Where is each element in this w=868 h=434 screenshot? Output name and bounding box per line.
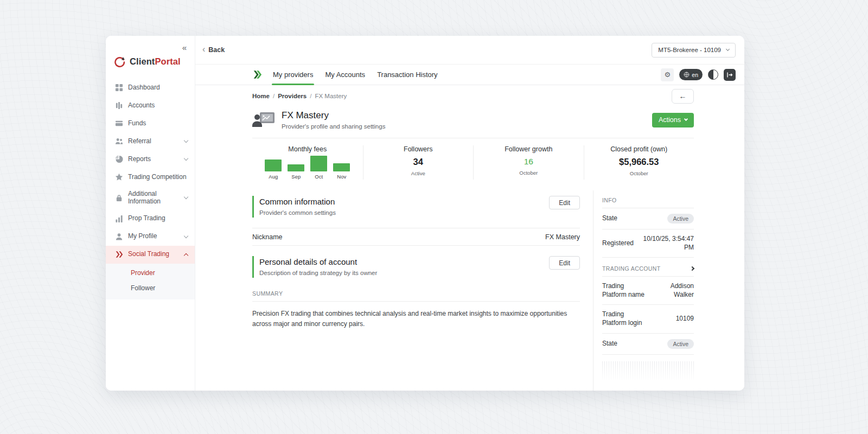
sidebar-item-social-trading[interactable]: Social Trading	[106, 246, 195, 264]
common-information-section: Common information Provider's common set…	[252, 196, 580, 218]
stat-follower-growth: Follower growth 16 October	[473, 145, 584, 180]
sidebar-item-label: Trading Competition	[128, 174, 188, 181]
top-navigation: My providers My Accounts Transaction His…	[195, 65, 744, 85]
provider-title-block: FX Mastery Provider's profile and sharin…	[282, 110, 385, 130]
registered-label: Registered	[602, 239, 634, 248]
sidebar-item-label: Prop Trading	[128, 215, 188, 222]
breadcrumb-home[interactable]: Home	[252, 93, 270, 99]
chevron-down-icon	[684, 117, 688, 121]
sidebar-item-funds[interactable]: Funds	[106, 114, 195, 132]
edit-common-information-button[interactable]: Edit	[549, 196, 580, 209]
theme-toggle-icon[interactable]	[708, 69, 718, 80]
sidebar-subitem-follower[interactable]: Follower	[106, 280, 195, 296]
top-strip: ‹ Back MT5-Brokeree - 10109	[195, 36, 744, 65]
platform-login-row: Trading Platform login 10109	[602, 305, 694, 333]
sidebar-item-dashboard[interactable]: Dashboard	[106, 79, 195, 97]
sidebar-item-label: My Profile	[128, 233, 180, 240]
sidebar-subitem-provider[interactable]: Provider	[106, 265, 195, 280]
edit-personal-details-button[interactable]: Edit	[549, 256, 580, 270]
sidebar-item-label: Accounts	[128, 102, 188, 110]
client-portal-window: « ClientPortal Dashboard Accounts Funds	[106, 36, 744, 391]
stat-title: Follower growth	[474, 145, 584, 153]
chevron-up-icon	[184, 253, 188, 257]
stat-value: 34	[363, 157, 474, 167]
account-state-label: State	[602, 340, 617, 348]
nickname-row: Nickname FX Mastery	[252, 228, 580, 246]
platform-name-value: Addison Walker	[651, 282, 694, 299]
account-selector-value: MT5-Brokeree - 10109	[658, 47, 721, 53]
tab-transaction-history[interactable]: Transaction History	[371, 65, 444, 85]
summary-text: Precision FX trading that combines techn…	[252, 309, 580, 329]
chart-bar-sep: Sep	[288, 164, 304, 180]
breadcrumb-providers[interactable]: Providers	[278, 93, 307, 99]
state-row: State Active	[602, 208, 694, 229]
sidebar-item-prop-trading[interactable]: Prop Trading	[106, 210, 195, 228]
summary-heading: SUMMARY	[252, 290, 580, 302]
sidebar-item-label: Referral	[128, 138, 180, 145]
tab-my-providers[interactable]: My providers	[267, 65, 319, 85]
sidebar-item-label: Social Trading	[128, 251, 180, 258]
left-arrow-icon: ←	[679, 92, 687, 100]
globe-icon	[684, 72, 690, 78]
sidebar-item-my-profile[interactable]: My Profile	[106, 228, 195, 246]
nickname-value: FX Mastery	[545, 233, 580, 241]
stat-title: Closed profit (own)	[584, 145, 694, 153]
bar-chart-icon	[114, 214, 123, 223]
provider-header: FX Mastery Provider's profile and sharin…	[195, 106, 744, 130]
personal-details-section: Personal details of account Description …	[252, 256, 580, 278]
chevron-down-icon	[184, 195, 188, 199]
stat-caption: Active	[363, 170, 474, 176]
logout-icon[interactable]	[724, 69, 736, 81]
main-area: ‹ Back MT5-Brokeree - 10109 My providers…	[195, 36, 744, 391]
chart-bar-aug: Aug	[265, 159, 282, 180]
actions-button[interactable]: Actions	[652, 113, 694, 127]
logo-text: ClientPortal	[130, 56, 181, 67]
trading-account-heading: TRADING ACCOUNT	[602, 265, 661, 272]
trading-account-section: TRADING ACCOUNT	[602, 265, 694, 277]
stat-caption: October	[584, 170, 694, 176]
sidebar-item-reports[interactable]: Reports	[106, 150, 195, 168]
sidebar-item-accounts[interactable]: Accounts	[106, 97, 195, 114]
section-title: Personal details of account	[259, 257, 377, 266]
back-button[interactable]: ‹ Back	[202, 46, 225, 54]
stat-followers: Followers 34 Active	[363, 145, 474, 180]
top-nav-icons: ⚙ en	[661, 68, 736, 81]
account-state-row: State Active	[602, 334, 694, 355]
chevron-right-icon[interactable]	[690, 266, 694, 271]
monthly-fees-chart: AugSepOctNov	[252, 155, 363, 180]
tab-my-accounts[interactable]: My Accounts	[319, 65, 371, 85]
status-badge: Active	[667, 214, 694, 224]
reports-pie-icon	[114, 155, 123, 164]
social-trading-submenu: Provider Follower	[106, 264, 195, 299]
sidebar-item-referral[interactable]: Referral	[106, 132, 195, 150]
stat-value: $5,966.53	[584, 157, 694, 167]
account-selector[interactable]: MT5-Brokeree - 10109	[652, 43, 736, 58]
stat-monthly-fees: Monthly fees AugSepOctNov	[252, 145, 363, 180]
chart-bar-oct: Oct	[310, 156, 327, 180]
sidebar-item-trading-competition[interactable]: Trading Competition	[106, 168, 195, 186]
content-area: Common information Provider's common set…	[195, 190, 744, 391]
platform-login-label: Trading Platform login	[602, 310, 647, 327]
social-trading-icon	[114, 250, 123, 259]
section-title-block: Common information Provider's common set…	[252, 196, 336, 218]
stat-title: Monthly fees	[252, 145, 363, 153]
stat-closed-profit: Closed profit (own) $5,966.53 October	[584, 145, 694, 180]
sidebar-item-label: Additional Information	[128, 190, 180, 206]
breadcrumb-back-button[interactable]: ←	[672, 89, 694, 104]
section-title-block: Personal details of account Description …	[252, 256, 377, 278]
page-title: FX Mastery	[282, 110, 385, 121]
breadcrumb-separator: /	[310, 93, 311, 99]
language-label: en	[692, 72, 698, 78]
brand-icon	[252, 70, 262, 79]
accounts-icon	[114, 101, 123, 110]
section-subtitle: Description of trading strategy by its o…	[259, 270, 377, 276]
language-selector[interactable]: en	[679, 69, 703, 80]
page-subtitle: Provider's profile and sharing settings	[282, 123, 385, 130]
section-title: Common information	[259, 197, 336, 206]
sidebar-item-additional-information[interactable]: Additional Information	[106, 186, 195, 210]
settings-gear-icon[interactable]: ⚙	[661, 68, 674, 81]
chevron-down-icon	[726, 47, 730, 51]
sidebar-collapse-button[interactable]: «	[182, 43, 187, 52]
actions-label: Actions	[659, 116, 681, 124]
registered-row: Registered 10/10/25, 3:54:47 PM	[602, 229, 694, 258]
